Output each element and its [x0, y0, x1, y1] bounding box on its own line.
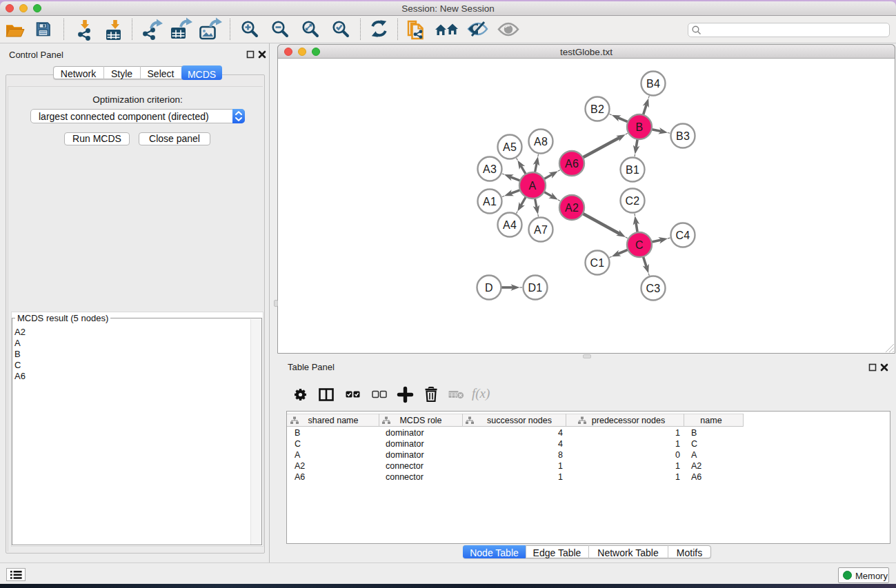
svg-text:A2: A2 [565, 202, 579, 214]
svg-text:A4: A4 [503, 219, 517, 231]
svg-text:A3: A3 [483, 163, 497, 175]
svg-text:A6: A6 [565, 158, 579, 170]
svg-text:B4: B4 [646, 78, 660, 90]
svg-text:C: C [635, 239, 644, 251]
svg-text:A8: A8 [534, 136, 548, 148]
svg-text:B1: B1 [626, 164, 639, 176]
svg-text:C4: C4 [675, 230, 690, 241]
svg-text:D: D [485, 282, 493, 294]
svg-text:C1: C1 [590, 257, 604, 269]
svg-text:D1: D1 [528, 282, 542, 294]
svg-text:C3: C3 [646, 283, 660, 294]
svg-text:B3: B3 [676, 130, 690, 142]
svg-text:A7: A7 [534, 224, 548, 236]
svg-text:A5: A5 [503, 141, 517, 153]
svg-text:A: A [529, 180, 537, 192]
svg-text:B: B [636, 121, 644, 133]
svg-text:A1: A1 [483, 196, 497, 207]
svg-text:B2: B2 [590, 103, 604, 115]
svg-text:C2: C2 [625, 195, 639, 207]
